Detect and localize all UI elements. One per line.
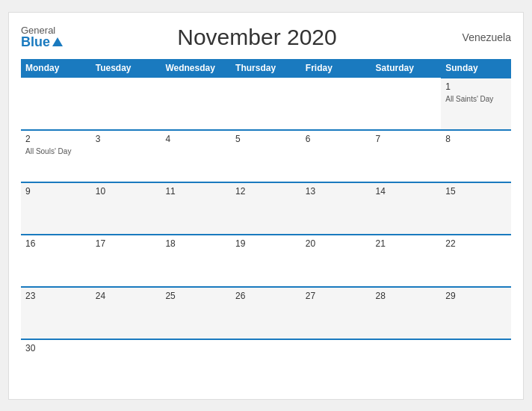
- calendar-title: November 2020: [63, 25, 451, 50]
- day-number: 26: [235, 291, 297, 301]
- day-number: 3: [96, 134, 157, 144]
- holiday-label: All Saints' Day: [445, 95, 493, 103]
- day-number: 23: [25, 291, 87, 301]
- day-cell: 6: [301, 130, 371, 182]
- day-cell: 28: [371, 287, 442, 339]
- day-cell: 14: [371, 182, 442, 235]
- day-cell: [161, 339, 231, 392]
- day-cell: 26: [231, 287, 301, 339]
- day-number: 27: [306, 291, 367, 301]
- day-number: 19: [235, 238, 297, 249]
- day-number: 16: [25, 238, 87, 249]
- logo-triangle-icon: [52, 37, 63, 46]
- col-header-sunday: Sunday: [441, 59, 511, 78]
- calendar-header: General Blue November 2020 Venezuela: [21, 25, 511, 50]
- day-cell: 24: [91, 287, 161, 339]
- header-row: MondayTuesdayWednesdayThursdayFridaySatu…: [21, 59, 511, 78]
- day-cell: 30: [21, 339, 91, 392]
- day-cell: 13: [301, 182, 371, 235]
- day-cell: 27: [301, 287, 371, 339]
- day-cell: [301, 339, 371, 392]
- day-number: 9: [25, 186, 87, 197]
- day-number: 12: [235, 186, 297, 197]
- day-cell: 7: [371, 130, 442, 182]
- day-number: 24: [96, 291, 157, 301]
- day-cell: [161, 78, 231, 130]
- day-cell: [441, 339, 511, 392]
- day-cell: [91, 78, 161, 130]
- day-number: 5: [235, 134, 297, 144]
- calendar-grid: MondayTuesdayWednesdayThursdayFridaySatu…: [21, 59, 511, 392]
- day-number: 1: [445, 81, 507, 92]
- day-number: 17: [96, 238, 157, 249]
- day-cell: 8: [441, 130, 511, 182]
- day-cell: 21: [371, 235, 442, 287]
- day-cell: 10: [91, 182, 161, 235]
- day-number: 28: [376, 291, 437, 301]
- day-cell: [371, 78, 442, 130]
- day-number: 14: [376, 186, 437, 197]
- day-cell: [231, 339, 301, 392]
- day-cell: 9: [21, 182, 91, 235]
- day-cell: 2All Souls' Day: [21, 130, 91, 182]
- day-number: 10: [96, 186, 157, 197]
- day-number: 15: [445, 186, 507, 197]
- day-number: 30: [25, 343, 87, 353]
- week-row-3: 9101112131415: [21, 182, 511, 235]
- day-cell: 22: [441, 235, 511, 287]
- day-number: 21: [376, 238, 437, 249]
- day-cell: 19: [231, 235, 301, 287]
- col-header-thursday: Thursday: [231, 59, 301, 78]
- day-number: 7: [376, 134, 437, 144]
- week-row-6: 30: [21, 339, 511, 392]
- day-cell: 23: [21, 287, 91, 339]
- day-number: 11: [165, 186, 226, 197]
- day-cell: 4: [161, 130, 231, 182]
- week-row-5: 23242526272829: [21, 287, 511, 339]
- day-cell: [371, 339, 442, 392]
- day-cell: [91, 339, 161, 392]
- day-number: 13: [306, 186, 367, 197]
- col-header-monday: Monday: [21, 59, 91, 78]
- day-number: 2: [25, 134, 87, 144]
- day-cell: 15: [441, 182, 511, 235]
- day-number: 29: [445, 291, 507, 301]
- day-number: 20: [306, 238, 367, 249]
- col-header-tuesday: Tuesday: [91, 59, 161, 78]
- day-number: 18: [165, 238, 226, 249]
- day-cell: 3: [91, 130, 161, 182]
- week-row-4: 16171819202122: [21, 235, 511, 287]
- day-cell: 20: [301, 235, 371, 287]
- day-cell: [301, 78, 371, 130]
- week-row-1: 1All Saints' Day: [21, 78, 511, 130]
- day-cell: 18: [161, 235, 231, 287]
- day-cell: [231, 78, 301, 130]
- day-number: 22: [445, 238, 507, 249]
- day-cell: 11: [161, 182, 231, 235]
- day-number: 25: [165, 291, 226, 301]
- calendar: General Blue November 2020 Venezuela Mon…: [8, 12, 524, 400]
- week-row-2: 2All Souls' Day345678: [21, 130, 511, 182]
- col-header-saturday: Saturday: [371, 59, 442, 78]
- logo: General Blue: [21, 25, 63, 49]
- col-header-wednesday: Wednesday: [161, 59, 231, 78]
- day-cell: 29: [441, 287, 511, 339]
- day-cell: 5: [231, 130, 301, 182]
- col-header-friday: Friday: [301, 59, 371, 78]
- day-cell: 16: [21, 235, 91, 287]
- day-number: 8: [445, 134, 507, 144]
- holiday-label: All Souls' Day: [25, 147, 71, 155]
- day-number: 4: [165, 134, 226, 144]
- day-cell: 1All Saints' Day: [441, 78, 511, 130]
- calendar-country: Venezuela: [451, 31, 511, 43]
- day-cell: [21, 78, 91, 130]
- logo-blue-text: Blue: [21, 35, 63, 49]
- day-number: 6: [306, 134, 367, 144]
- day-cell: 17: [91, 235, 161, 287]
- day-cell: 25: [161, 287, 231, 339]
- day-cell: 12: [231, 182, 301, 235]
